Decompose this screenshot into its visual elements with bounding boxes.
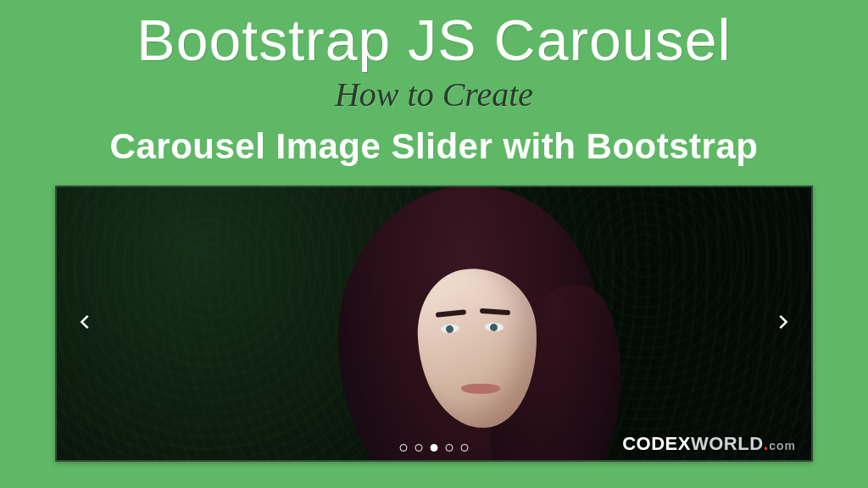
- carousel: CODEXWORLD.com: [55, 186, 813, 462]
- watermark: CODEXWORLD.com: [622, 433, 796, 455]
- carousel-prev-button[interactable]: [64, 303, 104, 344]
- slide-portrait: [292, 196, 648, 462]
- carousel-indicator[interactable]: [461, 444, 469, 452]
- description-heading: Carousel Image Slider with Bootstrap: [0, 126, 868, 167]
- subtitle: How to Create: [0, 75, 868, 114]
- carousel-indicator[interactable]: [400, 444, 408, 452]
- carousel-indicator[interactable]: [446, 444, 453, 452]
- carousel-indicator[interactable]: [415, 444, 423, 452]
- carousel-indicators: [400, 444, 469, 452]
- carousel-next-button[interactable]: [764, 303, 804, 344]
- chevron-left-icon: [73, 311, 95, 336]
- carousel-indicator[interactable]: [431, 444, 438, 452]
- chevron-right-icon: [773, 311, 795, 336]
- watermark-tld: com: [769, 439, 796, 452]
- page-title: Bootstrap JS Carousel: [0, 0, 868, 73]
- watermark-text-2: WORLD: [691, 433, 764, 454]
- watermark-text-1: CODEX: [622, 433, 691, 454]
- carousel-slide: [57, 187, 811, 460]
